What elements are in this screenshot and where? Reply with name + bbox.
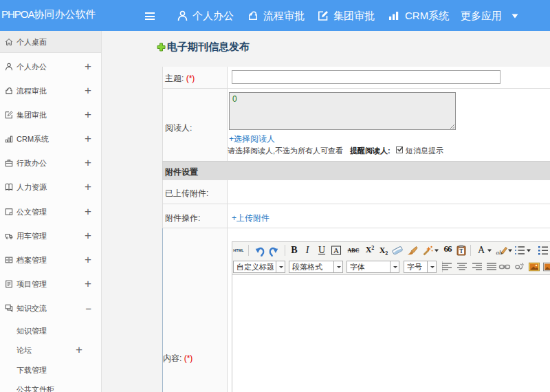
svg-text:T: T bbox=[459, 248, 463, 254]
